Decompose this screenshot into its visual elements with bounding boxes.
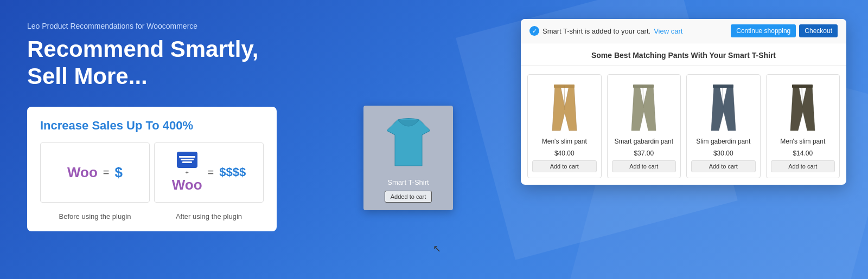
view-cart-link[interactable]: View cart — [654, 27, 682, 35]
icon-line-3 — [182, 161, 192, 163]
pants-svg-1 — [550, 83, 579, 132]
stat-box-before: Woo = $ — [40, 142, 150, 203]
icon-line-2 — [181, 159, 194, 160]
add-to-cart-button-4[interactable]: Add to cart — [771, 160, 835, 172]
product-card-3: Slim gaberdin pant $30.00 Add to cart — [686, 74, 761, 178]
product-name-2: Smart gabardin pant — [614, 138, 673, 146]
stats-row: Woo = $ + Woo = $$$$ — [40, 142, 264, 203]
pants-svg-4 — [788, 83, 818, 132]
product-image-3 — [691, 80, 756, 134]
headline-line1: Recommend Smartly, — [27, 36, 258, 62]
add-to-cart-button-2[interactable]: Add to cart — [612, 160, 676, 172]
stat-equals-after: = — [208, 166, 214, 179]
right-panel: ✓ Smart T-shirt is added to your cart. V… — [521, 19, 846, 185]
cart-bar-left: ✓ Smart T-shirt is added to your cart. V… — [529, 26, 682, 36]
add-to-cart-button-1[interactable]: Add to cart — [532, 160, 597, 172]
add-to-cart-button-3[interactable]: Add to cart — [691, 160, 756, 172]
checkout-button[interactable]: Checkout — [799, 24, 838, 37]
product-name-4: Men's slim pant — [780, 138, 825, 146]
continue-shopping-button[interactable]: Continue shopping — [731, 24, 796, 37]
product-name-3: Slim gaberdin pant — [696, 138, 750, 146]
product-card-2: Smart gabardin pant $37.00 Add to cart — [607, 74, 681, 178]
stat-plus: + — [185, 169, 188, 176]
products-grid: Men's slim pant $40.00 Add to cart Smart… — [521, 66, 846, 185]
added-to-cart-button[interactable]: Added to cart — [385, 191, 432, 203]
stat-dollar: $ — [115, 164, 123, 181]
plugin-label: Leo Product Recommendations for Woocomme… — [27, 22, 298, 30]
headline-line2: Sell More... — [27, 63, 148, 89]
stats-labels: Before using the plugin After using the … — [40, 212, 264, 220]
pants-svg-2 — [629, 83, 659, 132]
product-price-2: $37.00 — [634, 150, 654, 157]
reco-title: Some Best Matching Pants With Your Smart… — [521, 43, 846, 66]
check-icon: ✓ — [529, 26, 539, 36]
tshirt-card: Smart T-Shirt Added to cart — [363, 106, 453, 210]
svg-rect-6 — [792, 85, 813, 88]
product-image-2 — [612, 80, 676, 134]
stat-dollars: $$$$ — [219, 165, 246, 179]
stat-label-after: After using the plugin — [154, 212, 264, 220]
plugin-icon — [177, 152, 197, 168]
icon-line-1 — [179, 156, 195, 158]
tshirt-svg — [381, 114, 436, 174]
pants-svg-3 — [709, 83, 738, 132]
product-price-4: $14.00 — [793, 150, 813, 157]
stats-card: Increase Sales Up To 400% Woo = $ + Woo — [27, 107, 277, 231]
tshirt-name: Smart T-Shirt — [387, 178, 429, 186]
product-card-4: Men's slim pant $14.00 Add to cart — [766, 74, 840, 178]
product-image-1 — [532, 80, 597, 134]
left-section: Leo Product Recommendations for Woocomme… — [27, 22, 298, 231]
svg-rect-2 — [633, 85, 654, 88]
stats-title: Increase Sales Up To 400% — [40, 119, 264, 133]
cart-bar-right: Continue shopping Checkout — [731, 24, 838, 37]
stat-box-after: + Woo = $$$$ — [154, 142, 264, 203]
cart-message: Smart T-shirt is added to your cart. — [542, 27, 650, 35]
cart-bar: ✓ Smart T-shirt is added to your cart. V… — [521, 19, 846, 43]
tshirt-image — [381, 114, 436, 174]
product-name-1: Men's slim pant — [542, 138, 587, 146]
stat-woo-after: Woo — [172, 177, 202, 193]
stat-woo-before: Woo — [67, 164, 98, 181]
product-price-3: $30.00 — [713, 150, 733, 157]
product-card-1: Men's slim pant $40.00 Add to cart — [527, 74, 602, 178]
stat-label-before: Before using the plugin — [40, 212, 150, 220]
product-image-4 — [771, 80, 835, 134]
stat-equals-before: = — [103, 166, 110, 179]
svg-rect-4 — [713, 85, 733, 88]
product-price-1: $40.00 — [554, 150, 575, 157]
cursor-icon: ↖ — [433, 243, 441, 255]
headline: Recommend Smartly, Sell More... — [27, 36, 298, 90]
